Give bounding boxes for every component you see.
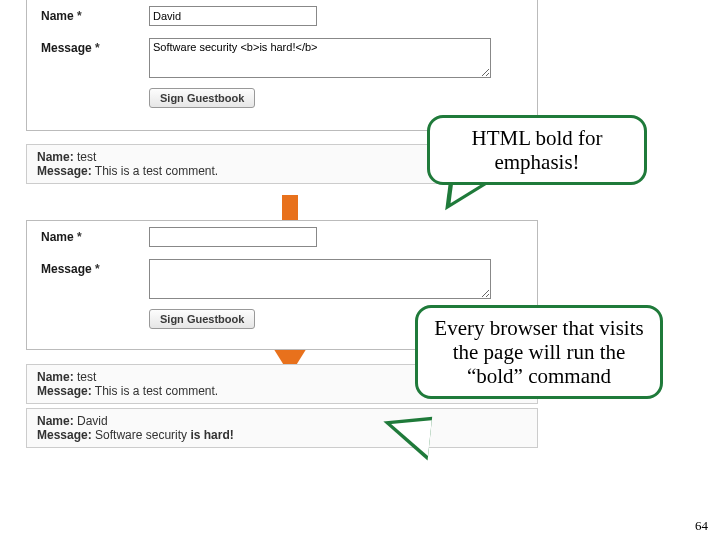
sign-guestbook-button[interactable]: Sign Guestbook: [149, 88, 255, 108]
name-input[interactable]: [149, 227, 317, 247]
message-input[interactable]: Software security <b>is hard!</b>: [149, 38, 491, 78]
message-label: Message *: [41, 259, 149, 276]
callout-bold-emphasis: HTML bold for emphasis!: [427, 115, 647, 185]
message-input[interactable]: [149, 259, 491, 299]
sign-guestbook-button[interactable]: Sign Guestbook: [149, 309, 255, 329]
name-label: Name *: [41, 6, 149, 23]
guestbook-form-top: Name * Message * Software security <b>is…: [26, 0, 538, 131]
callout-browser-runs-bold: Every browser that visits the page will …: [415, 305, 663, 399]
message-label: Message *: [41, 38, 149, 55]
name-label: Name *: [41, 227, 149, 244]
callout-tail-icon: [388, 416, 432, 456]
page-number: 64: [695, 518, 708, 534]
guestbook-entry-rendered: Name: David Message: Software security i…: [26, 408, 538, 448]
name-input[interactable]: [149, 6, 317, 26]
